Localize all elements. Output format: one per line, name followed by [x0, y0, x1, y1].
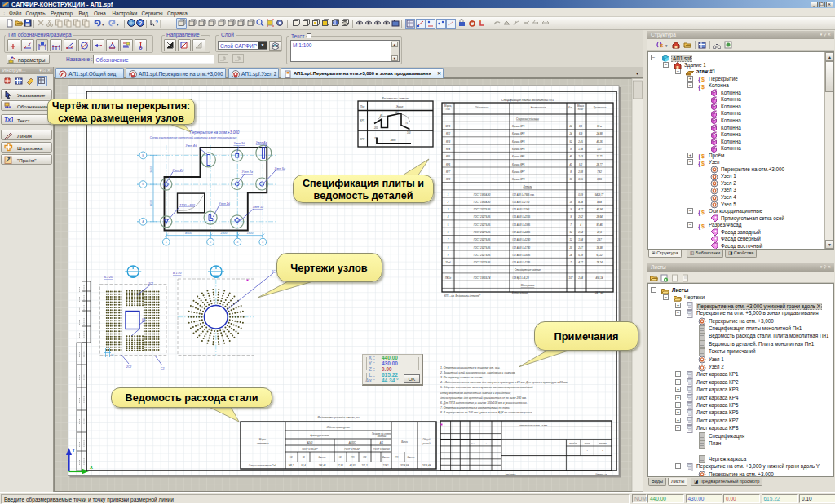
svg-text:3: 3	[236, 241, 238, 244]
svg-text:24: 24	[568, 132, 572, 135]
svg-text:Узел 3б: Узел 3б	[234, 142, 245, 145]
svg-text:Арматура класса: Арматура класса	[309, 434, 329, 437]
svg-text:8,1: 8,1	[579, 125, 582, 128]
svg-text:2,64: 2,64	[577, 231, 583, 234]
svg-text:2,45: 2,45	[577, 140, 583, 144]
svg-text:7. Отметка выполняется в соотв: 7. Отметка выполняется в соответствии по…	[440, 406, 510, 409]
svg-text:49,26: 49,26	[596, 140, 603, 144]
svg-text:1679,44: 1679,44	[422, 464, 431, 467]
svg-text:Ведомость расхода стали, кг: Ведомость расхода стали, кг	[317, 416, 359, 419]
svg-text:Каркас КР5: Каркас КР5	[512, 155, 525, 158]
svg-text:Узел 2б: Узел 2б	[173, 169, 184, 172]
svg-text:$: $	[660, 43, 664, 48]
svg-text:сетку монтажом выполнять в нав: сетку монтажом выполнять в навесах и в р…	[440, 391, 511, 395]
svg-text:Формат А2: Формат А2	[595, 473, 607, 475]
svg-text:Стадия: Стадия	[569, 442, 577, 444]
svg-text:5В: 5В	[142, 318, 146, 321]
svg-text:элементов: элементов	[257, 442, 269, 445]
svg-text:107: 107	[569, 276, 573, 280]
svg-text:10 м: 10 м	[597, 125, 602, 128]
svg-text:Каркас КР6: Каркас КР6	[512, 163, 525, 166]
svg-text:ГОСТ 19903-74: ГОСТ 19903-74	[474, 276, 491, 280]
svg-text:Общий: Общий	[422, 438, 431, 441]
svg-text:Листов: Листов	[598, 442, 607, 444]
svg-text:?: ?	[139, 20, 143, 27]
svg-text:ГОСТ 5781-82*: ГОСТ 5781-82*	[344, 448, 360, 451]
svg-text:456,14: 456,14	[596, 276, 603, 280]
svg-text:7,82: 7,82	[597, 170, 602, 174]
svg-text:940: 940	[395, 111, 399, 114]
svg-text:16: 16	[569, 201, 572, 204]
svg-text:Узел 2в: Узел 2в	[242, 170, 253, 174]
svg-text:#12: #12	[395, 456, 399, 459]
svg-text:101,2: 101,2	[362, 464, 368, 467]
svg-text:5. Сборные монтажные шпонгиров: 5. Сборные монтажные шпонгированы автома…	[440, 386, 533, 389]
svg-text:2. Защитный слой высокопрочных: 2. Защитный слой высокопрочных, заведомы…	[440, 371, 515, 374]
svg-text:6. Для ППЗ выполняются, с шаго: 6. Для ППЗ выполняются, с шагом 100х100 …	[440, 401, 528, 405]
svg-text:44,92: 44,92	[350, 464, 356, 467]
svg-text:расход: расход	[422, 442, 431, 445]
svg-text:14: 14	[569, 231, 572, 234]
svg-text:41: 41	[569, 163, 572, 166]
svg-text:ГОСТ 10922-90: ГОСТ 10922-90	[373, 448, 390, 451]
svg-text:180: 180	[407, 131, 411, 135]
svg-text:27,98: 27,98	[337, 464, 343, 467]
svg-text:Каркас КР1: Каркас КР1	[512, 125, 525, 128]
svg-text:2,44: 2,44	[577, 276, 583, 280]
svg-text:#6: #6	[289, 456, 293, 459]
svg-text:Поз: Поз	[360, 105, 365, 108]
svg-text:75: 75	[374, 137, 378, 140]
svg-text:Итого: Итого	[408, 456, 415, 459]
svg-text:Всего: Всего	[401, 440, 408, 444]
svg-text:2300: 2300	[220, 232, 228, 235]
svg-text:Спецификация плиты монолитной: Спецификация плиты монолитной Пн1	[501, 99, 554, 102]
svg-text:24: 24	[568, 125, 572, 128]
svg-text:А240: А240	[307, 441, 313, 444]
svg-text:2074,64: 2074,64	[400, 464, 409, 467]
svg-text:4. «Заделочная» сеть затяжки д: 4. «Заделочная» сеть затяжки для сыпучег…	[440, 381, 568, 384]
svg-text:87,46: 87,46	[596, 223, 603, 227]
svg-text:Стандартные изделия: Стандартные изделия	[515, 268, 541, 272]
svg-text:?: ?	[155, 20, 158, 25]
svg-text:Обозначение: Обозначение	[475, 106, 489, 109]
svg-text:Наименование: Наименование	[531, 106, 546, 109]
svg-text:#12 А-III L=7685 п.м.: #12 А-III L=7685 п.м.	[512, 193, 535, 197]
svg-text:А400С: А400С	[348, 441, 357, 444]
svg-text:3600: 3600	[150, 166, 153, 173]
svg-text:ГОСТ 23279-85: ГОСТ 23279-85	[474, 208, 491, 211]
svg-text:40,34: 40,34	[596, 208, 603, 211]
svg-text:А-1: А-1	[379, 441, 384, 444]
svg-text:2,88: 2,88	[577, 170, 583, 174]
svg-text:Узел 4б: Узел 4б	[186, 144, 197, 148]
svg-text:296,44: 296,44	[318, 464, 326, 467]
svg-text:20: 20	[568, 246, 572, 250]
svg-text:КР8: КР8	[446, 178, 451, 181]
svg-text:ГОСТ 19904-90: ГОСТ 19904-90	[474, 193, 491, 197]
svg-text:Материалы: Материалы	[521, 284, 535, 287]
svg-text:Ведомость детали: Ведомость детали	[382, 97, 409, 100]
svg-text:50,4: 50,4	[301, 464, 306, 467]
svg-text:24 7 м3: 24 7 м3	[594, 291, 603, 294]
svg-text:Примечание: Примечание	[594, 106, 607, 109]
svg-text:8,86: 8,86	[597, 178, 602, 181]
svg-text:Секции монолитные См1: Секции монолитные См1	[249, 464, 276, 467]
svg-text:2,67: 2,67	[596, 238, 602, 241]
svg-text:1,94: 1,94	[578, 148, 583, 151]
svg-text:#6: #6	[338, 456, 342, 459]
svg-text:Масса: Масса	[577, 104, 584, 108]
svg-text:5,2: 5,2	[579, 163, 582, 166]
svg-text:6,9: 6,9	[579, 132, 582, 135]
svg-text:Сборочные единицы: Сборочные единицы	[516, 117, 540, 121]
svg-text:ГОСТ 19904-90: ГОСТ 19904-90	[474, 201, 491, 204]
svg-text:1100 x 600: 1100 x 600	[179, 204, 195, 207]
svg-text:4500: 4500	[150, 200, 153, 206]
svg-text:1,84: 1,84	[578, 238, 583, 241]
svg-text:28,64: 28,64	[595, 215, 603, 219]
svg-text:Кол.: Кол.	[568, 106, 573, 109]
svg-text:ГОСТ 23279-85: ГОСТ 23279-85	[474, 215, 491, 219]
svg-text:КР2: КР2	[446, 132, 451, 135]
svg-text:5429,77: 5429,77	[595, 193, 604, 197]
svg-text:2480: 2480	[390, 139, 396, 142]
svg-text:#12 А=III L=2485: #12 А=III L=2485	[512, 231, 531, 234]
svg-text:22,6: 22,6	[596, 231, 602, 234]
